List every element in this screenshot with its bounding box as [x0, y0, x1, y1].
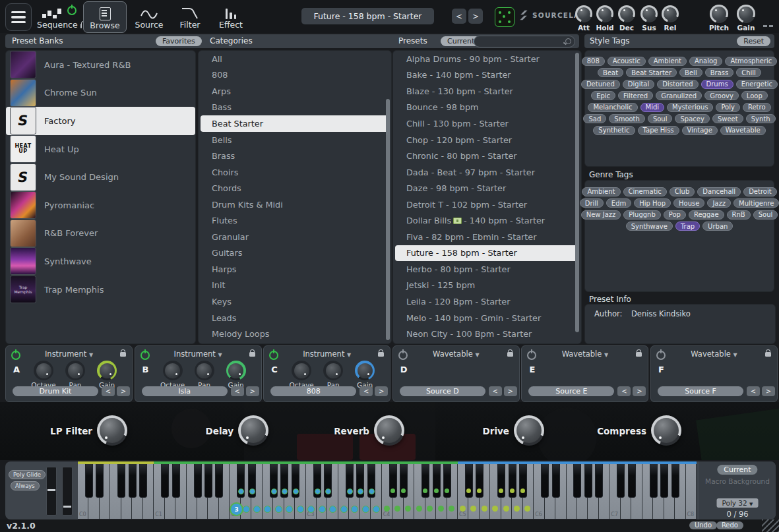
- style-tag[interactable]: Soul: [648, 114, 673, 123]
- bank-item[interactable]: Trap MemphisTrap Memphis: [6, 276, 195, 304]
- style-tag[interactable]: Atmospheric: [725, 57, 777, 66]
- category-item[interactable]: Keys: [199, 293, 391, 310]
- black-key[interactable]: [650, 463, 658, 498]
- style-tag[interactable]: Energetic: [736, 80, 778, 89]
- presets-scrollbar[interactable]: [575, 53, 579, 332]
- pan-knob[interactable]: [65, 361, 85, 380]
- black-key[interactable]: [573, 463, 581, 498]
- category-item[interactable]: Arps: [199, 83, 391, 100]
- black-key[interactable]: [660, 463, 668, 498]
- nav-browse-tab[interactable]: Browse: [83, 1, 127, 33]
- octave-knob[interactable]: [292, 361, 311, 380]
- macro-background-label[interactable]: Macro Background: [699, 477, 776, 485]
- style-tag[interactable]: Melancholic: [588, 103, 637, 112]
- style-tag[interactable]: Mysterious: [667, 103, 713, 112]
- genre-tag[interactable]: New Jazz: [581, 210, 621, 220]
- lock-icon[interactable]: [765, 352, 771, 357]
- category-item[interactable]: Bass: [199, 100, 391, 116]
- poly-glide-button[interactable]: Poly Glide: [9, 470, 46, 479]
- undo-button[interactable]: Undo: [689, 521, 717, 529]
- style-tag[interactable]: Acoustic: [608, 57, 646, 66]
- sus-knob[interactable]: [640, 5, 658, 22]
- genre-tag[interactable]: RnB: [727, 210, 751, 220]
- dec-knob[interactable]: [618, 5, 635, 22]
- pan-knob[interactable]: [195, 361, 214, 380]
- nav-source-tab[interactable]: Source: [129, 1, 169, 32]
- gain-knob[interactable]: [97, 361, 117, 380]
- lock-icon[interactable]: [378, 352, 384, 357]
- black-key[interactable]: [541, 463, 549, 498]
- black-key[interactable]: [194, 463, 202, 498]
- category-item[interactable]: Beat Starter: [201, 115, 389, 132]
- gain-knob[interactable]: [737, 5, 755, 23]
- style-tag[interactable]: Beat: [598, 68, 623, 77]
- favorites-button[interactable]: Favorites: [156, 36, 202, 46]
- resize-grip[interactable]: [762, 519, 779, 532]
- bank-item[interactable]: SMy Sound Design: [6, 163, 195, 191]
- genre-tag[interactable]: Drill: [580, 198, 604, 208]
- black-key[interactable]: [161, 463, 169, 498]
- category-item[interactable]: Choirs: [199, 164, 391, 181]
- source-type-dropdown[interactable]: Instrument ▼: [6, 349, 132, 359]
- source-name[interactable]: Isla: [142, 386, 228, 396]
- preset-item[interactable]: Leila - 120 Bpm - Starter: [393, 293, 581, 310]
- prev-source-button[interactable]: <: [747, 386, 760, 396]
- preset-item[interactable]: Chop - 120 bpm - Starter: [393, 132, 581, 148]
- window-grip-icon[interactable]: [763, 25, 773, 27]
- source-name[interactable]: 808: [270, 386, 356, 396]
- black-key[interactable]: [129, 463, 137, 498]
- black-key[interactable]: [595, 463, 603, 498]
- black-key[interactable]: [172, 463, 180, 498]
- prev-source-button[interactable]: <: [359, 386, 373, 396]
- style-tag[interactable]: Retro: [743, 103, 771, 112]
- style-tag[interactable]: Sad: [583, 114, 606, 123]
- prev-source-button[interactable]: <: [617, 386, 631, 396]
- preset-item[interactable]: Daze - 98 bpm - Starter: [393, 180, 581, 196]
- gain-knob[interactable]: [226, 361, 246, 380]
- next-source-button[interactable]: >: [246, 386, 259, 396]
- prev-source-button[interactable]: <: [231, 386, 244, 396]
- black-key[interactable]: [117, 463, 125, 498]
- genre-tag[interactable]: Pop: [664, 210, 686, 220]
- category-item[interactable]: Guitars: [199, 245, 391, 262]
- preset-item[interactable]: Jetski - 125 bpm: [393, 278, 581, 294]
- preset-display[interactable]: Future - 158 bpm - Starter: [301, 8, 434, 24]
- preset-item[interactable]: Chill - 130 bpm - Starter: [393, 115, 581, 132]
- style-tag[interactable]: Loop: [741, 91, 768, 100]
- style-tag[interactable]: Brass: [705, 68, 734, 77]
- next-source-button[interactable]: >: [633, 386, 646, 396]
- style-tag[interactable]: Granulized: [656, 91, 702, 100]
- category-item[interactable]: Init: [199, 278, 391, 294]
- lock-icon[interactable]: [80, 24, 82, 28]
- style-tag[interactable]: Sweet: [712, 114, 743, 123]
- genre-tag[interactable]: Synthwave: [626, 222, 673, 231]
- style-tag[interactable]: Digital: [623, 80, 654, 89]
- genre-tag[interactable]: Soul: [753, 210, 778, 220]
- style-tag[interactable]: Midi: [640, 103, 665, 112]
- style-tag[interactable]: Filtered: [618, 91, 653, 100]
- randomize-dice-button[interactable]: [495, 7, 514, 27]
- category-item[interactable]: Chords: [199, 180, 391, 196]
- category-item[interactable]: Leads: [199, 310, 391, 326]
- drive-macro-knob[interactable]: [514, 415, 544, 446]
- white-key[interactable]: [686, 463, 697, 519]
- black-key[interactable]: [215, 463, 223, 498]
- genre-tag[interactable]: Reggae: [689, 210, 724, 220]
- style-tag[interactable]: Vintage: [682, 126, 718, 135]
- style-tag[interactable]: Distorted: [657, 80, 698, 89]
- black-key[interactable]: [671, 463, 679, 498]
- search-input[interactable]: [478, 36, 563, 47]
- menu-button[interactable]: [5, 3, 32, 31]
- style-tag[interactable]: Chill: [736, 68, 761, 77]
- category-item[interactable]: Granular: [199, 229, 391, 245]
- source-type-dropdown[interactable]: Instrument ▼: [264, 349, 390, 359]
- style-tag[interactable]: Drums: [701, 80, 733, 89]
- pan-knob[interactable]: [323, 361, 343, 380]
- prev-source-button[interactable]: <: [102, 386, 115, 396]
- style-tag[interactable]: Poly: [716, 103, 740, 112]
- style-tag[interactable]: Spacey: [675, 114, 709, 123]
- genre-tag[interactable]: Hip Hop: [634, 198, 671, 208]
- rel-knob[interactable]: [662, 5, 679, 22]
- black-key[interactable]: [584, 463, 592, 498]
- bank-item[interactable]: Chrome Sun: [6, 79, 195, 107]
